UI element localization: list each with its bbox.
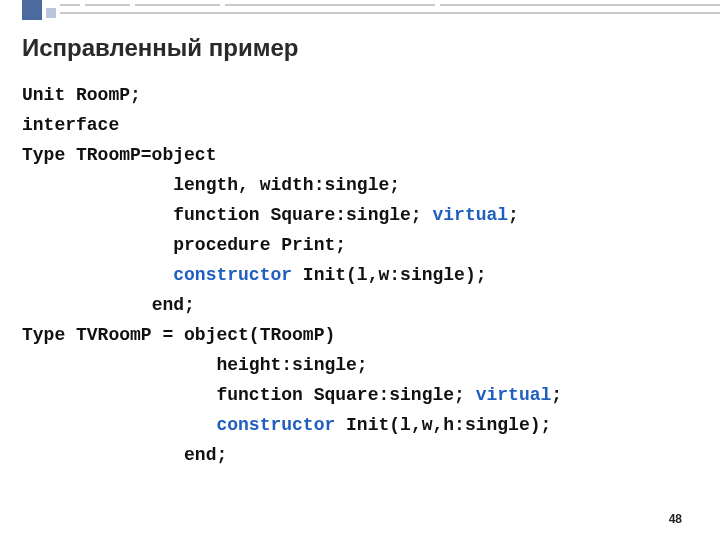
code-text: ; — [551, 385, 562, 405]
deco-dash — [60, 4, 80, 6]
code-indent — [22, 235, 173, 255]
page-number: 48 — [669, 512, 682, 526]
deco-square-small — [46, 8, 56, 18]
code-line: procedure Print; — [173, 235, 346, 255]
code-line: Type TRoomP=object — [22, 145, 216, 165]
code-text: function Square:single; — [173, 205, 432, 225]
code-indent — [22, 445, 184, 465]
code-text: Init(l,w:single); — [292, 265, 486, 285]
code-text: ; — [508, 205, 519, 225]
code-indent — [22, 295, 152, 315]
code-line: Type TVRoomP = object(TRoomP) — [22, 325, 335, 345]
slide-title: Исправленный пример — [22, 34, 298, 62]
deco-dash — [225, 4, 435, 6]
code-text: function Square:single; — [216, 385, 475, 405]
code-line: height:single; — [216, 355, 367, 375]
code-keyword-virtual: virtual — [476, 385, 552, 405]
deco-dash — [440, 4, 720, 6]
code-keyword-constructor: constructor — [173, 265, 292, 285]
code-line: length, width:single; — [173, 175, 400, 195]
deco-dash — [60, 12, 720, 14]
code-indent — [22, 265, 173, 285]
deco-dash — [85, 4, 130, 6]
deco-dash — [135, 4, 220, 6]
code-indent — [22, 415, 216, 435]
code-text: Init(l,w,h:single); — [335, 415, 551, 435]
code-indent — [22, 205, 173, 225]
deco-square-large — [22, 0, 42, 20]
code-line: interface — [22, 115, 119, 135]
code-indent — [22, 175, 173, 195]
code-indent — [22, 385, 216, 405]
code-line: end; — [184, 445, 227, 465]
code-line: Unit RoomP; — [22, 85, 141, 105]
code-line: end; — [152, 295, 195, 315]
code-block: Unit RoomP; interface Type TRoomP=object… — [22, 80, 562, 470]
code-indent — [22, 355, 216, 375]
code-keyword-constructor: constructor — [216, 415, 335, 435]
slide-decoration — [0, 0, 720, 30]
code-keyword-virtual: virtual — [432, 205, 508, 225]
